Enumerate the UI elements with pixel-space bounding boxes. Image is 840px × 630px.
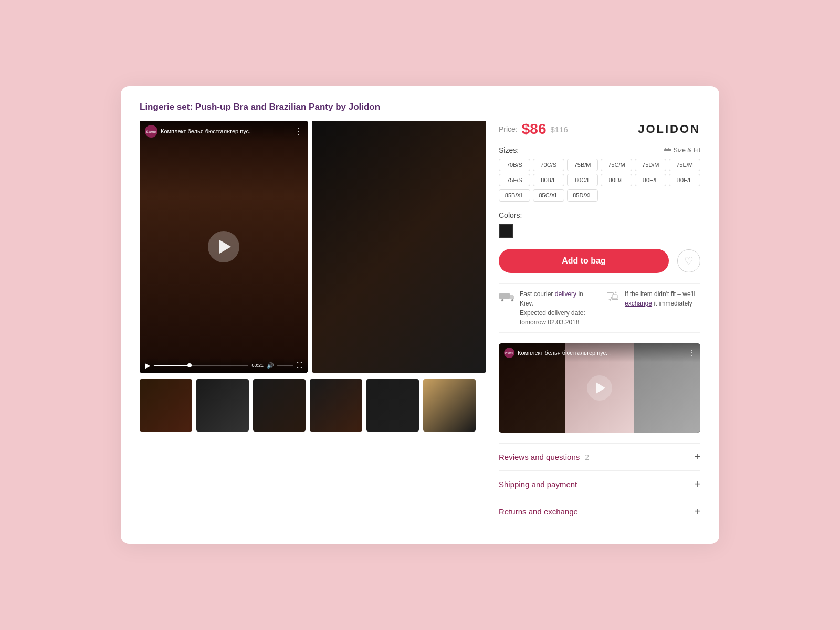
size-button[interactable]: 70B/S [499,159,530,171]
thumbnail-3[interactable] [253,379,306,432]
expected-delivery-text: Expected delivery date: tomorrow 02.03.2… [520,309,585,326]
product-video-thumbnail[interactable]: intimo Комплект белья бюстгальтер пус...… [499,343,700,433]
svg-rect-3 [668,148,669,150]
exchange-link[interactable]: exchange [625,300,652,307]
play-button-large[interactable] [208,231,239,262]
accordion-label: Shipping and payment [499,480,577,489]
size-button[interactable]: 80E/L [635,174,666,186]
video-time: 00:21 [251,363,264,368]
accordion-label: Reviews and questions [499,453,580,461]
channel-logo-text: intimo [146,130,156,133]
product-card: Lingerie set: Push-up Bra and Brazilian … [121,86,719,544]
video-title-text: Комплект белья бюстгальтер пус... [161,128,291,134]
svg-rect-4 [670,149,671,150]
accordions: Reviews and questions2+Shipping and paym… [499,443,700,525]
ruler-icon [664,148,671,153]
main-product-photo [312,121,486,373]
thumbnail-5[interactable] [366,379,419,432]
courier-text-1: Fast courier [520,290,553,298]
action-row: Add to bag ♡ [499,249,700,273]
svg-rect-5 [499,293,510,299]
size-button[interactable]: 80C/L [567,174,598,186]
progress-dot [187,363,192,368]
accordion-plus-icon[interactable]: + [694,478,700,490]
page-title: Lingerie set: Push-up Bra and Brazilian … [140,102,700,112]
size-fit-link[interactable]: Size & Fit [664,146,700,154]
product-info: Price: $86 $116 JOLIDON Sizes: Size & Fi… [499,121,700,525]
wishlist-button[interactable]: ♡ [677,249,700,272]
size-button[interactable]: 75E/M [669,159,700,171]
delivery-text: Fast courier delivery in Kiev. Expected … [520,289,594,327]
size-button[interactable]: 75B/M [567,159,598,171]
size-fit-label: Size & Fit [674,146,700,154]
accordion-left: Shipping and payment [499,480,577,489]
size-button[interactable]: 85D/XL [567,189,598,202]
svg-point-6 [501,299,504,302]
exchange-item: If the item didn't fit – we'll exchange … [605,289,700,327]
main-video-player[interactable]: intimo Комплект белья бюстгальтер пус...… [140,121,308,373]
video-thumb-overlay [499,343,700,433]
size-button[interactable]: 75F/S [499,174,530,186]
brand-logo: JOLIDON [638,122,700,136]
sizes-header: Sizes: Size & Fit [499,146,700,154]
colors-section: Colors: [499,211,700,238]
size-button[interactable]: 80B/L [533,174,564,186]
video-top-bar: intimo Комплект белья бюстгальтер пус...… [140,121,308,142]
accordion-left: Reviews and questions2 [499,453,589,461]
delivery-info: Fast courier delivery in Kiev. Expected … [499,284,700,333]
volume-icon[interactable]: 🔊 [267,362,274,369]
volume-bar[interactable] [277,365,293,366]
thumbnail-6[interactable] [423,379,476,432]
size-button[interactable]: 80F/L [669,174,700,186]
price-section: Price: $86 $116 [499,121,568,138]
thumbnail-2[interactable] [196,379,249,432]
color-swatch-black[interactable] [499,224,513,238]
sizes-section: Sizes: Size & Fit 70B/S70C/S75B/M75C/M75… [499,146,700,202]
size-grid: 70B/S70C/S75B/M75C/M75D/M75E/M75F/S80B/L… [499,159,700,202]
play-icon[interactable]: ▶ [145,361,151,370]
channel-logo: intimo [145,125,158,138]
svg-rect-1 [665,148,666,150]
courier-delivery-item: Fast courier delivery in Kiev. Expected … [499,289,594,327]
accordion-label: Returns and exchange [499,507,578,516]
fullscreen-icon[interactable]: ⛶ [296,362,302,369]
size-button[interactable]: 80D/L [601,174,632,186]
size-button[interactable]: 85C/XL [533,189,564,202]
price-label: Price: [499,125,518,133]
accordion-item-2[interactable]: Returns and exchange+ [499,498,700,525]
accordion-plus-icon[interactable]: + [694,451,700,463]
exchange-text: If the item didn't fit – we'll exchange … [625,289,700,308]
exchange-icon [605,290,621,305]
size-button[interactable]: 75C/M [601,159,632,171]
photo-bg [312,121,486,373]
thumbnail-1[interactable] [140,379,192,432]
size-button[interactable]: 75D/M [635,159,666,171]
media-section: intimo Комплект белья бюстгальтер пус...… [140,121,486,525]
video-dots-icon[interactable]: ⋮ [294,127,302,136]
accordion-item-0[interactable]: Reviews and questions2+ [499,443,700,470]
main-content: intimo Комплект белья бюстгальтер пус...… [140,121,700,525]
heart-icon: ♡ [684,255,694,267]
price-original: $116 [551,125,568,134]
video-controls: ▶ 00:21 🔊 ⛶ [140,358,308,373]
thumbnail-strip [140,379,486,432]
accordion-count: 2 [585,453,589,461]
price-current: $86 [522,121,547,138]
size-button[interactable]: 70C/S [533,159,564,171]
price-brand-row: Price: $86 $116 JOLIDON [499,121,700,138]
svg-point-7 [511,299,514,302]
accordion-left: Returns and exchange [499,507,578,516]
progress-bar[interactable] [154,365,248,366]
progress-fill [154,365,192,366]
thumbnail-4[interactable] [310,379,362,432]
play-button-video-thumb[interactable] [587,375,612,401]
svg-rect-2 [667,149,668,150]
add-to-bag-button[interactable]: Add to bag [499,249,669,273]
size-button[interactable]: 85B/XL [499,189,530,202]
delivery-link[interactable]: delivery [555,290,576,298]
main-images: intimo Комплект белья бюстгальтер пус...… [140,121,486,373]
exchange-text-2: it immediately [654,300,692,307]
accordion-plus-icon[interactable]: + [694,506,700,518]
accordion-item-1[interactable]: Shipping and payment+ [499,470,700,498]
exchange-text-1: If the item didn't fit – we'll [625,290,695,298]
